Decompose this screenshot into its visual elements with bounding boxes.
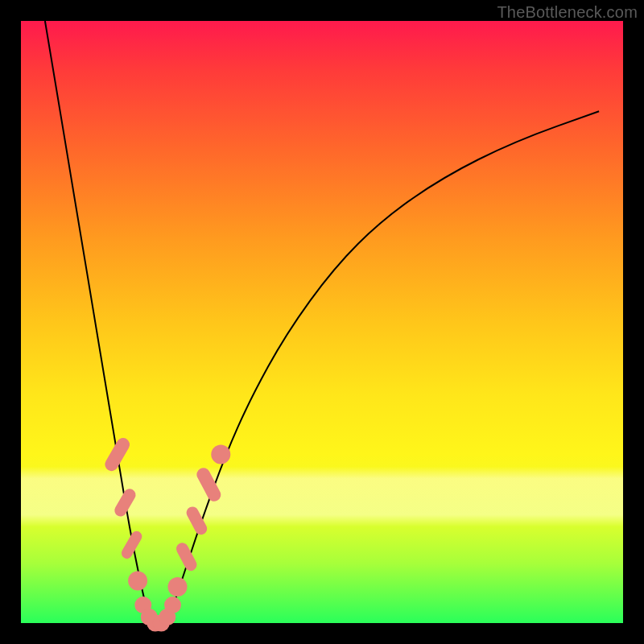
marker-point [164, 597, 181, 613]
bottleneck-curve [45, 21, 599, 623]
marker-point [174, 541, 199, 573]
markers-group [102, 436, 230, 631]
marker-point [119, 529, 143, 560]
watermark-text: TheBottleneck.com [497, 3, 638, 22]
marker-point [195, 465, 224, 503]
chart-svg [21, 21, 623, 623]
marker-point [211, 445, 230, 464]
plot-area [21, 21, 623, 623]
marker-point [113, 486, 138, 518]
marker-point [168, 577, 188, 597]
marker-point [102, 436, 132, 473]
chart-frame: TheBottleneck.com [0, 0, 644, 644]
marker-point [128, 572, 147, 591]
